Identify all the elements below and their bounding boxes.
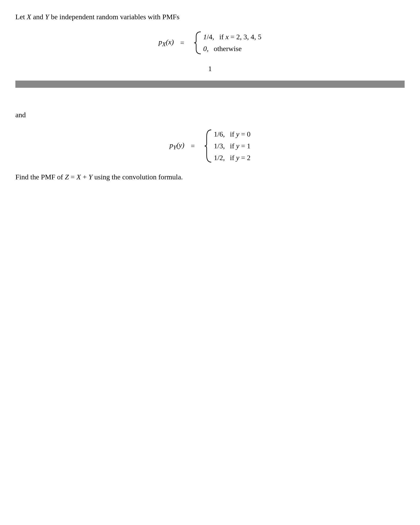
page: Let X and Y be independent random variab… <box>0 0 420 525</box>
equals-sign-y: = <box>189 142 195 150</box>
intro-text: Let X and Y be independent random variab… <box>15 13 405 21</box>
and-text: and <box>15 111 405 119</box>
case-y-3-value: 1/2, <box>214 154 225 162</box>
case-x-2: 0, otherwise <box>203 45 262 53</box>
left-brace-y <box>204 129 212 163</box>
case-y-3-condition: if y = 2 <box>230 154 251 162</box>
cases-y: 1/6, if y = 0 1/3, if y = 1 1/2, if y = … <box>214 130 251 162</box>
pmf-x-label: pX(x) <box>158 38 174 48</box>
case-y-1-value: 1/6, <box>214 130 225 138</box>
case-x-2-condition: otherwise <box>214 45 242 53</box>
page-number: 1 <box>15 65 405 73</box>
case-y-2-condition: if y = 1 <box>230 142 251 150</box>
final-line: Find the PMF of Z = X + Y using the conv… <box>15 173 405 181</box>
case-y-1-condition: if y = 0 <box>230 130 251 138</box>
pmf-y-label: pY(y) <box>169 141 184 151</box>
section-bottom: and pY(y) = 1/6, if y = 0 1/3, if y = 1 <box>15 95 405 181</box>
brace-x <box>194 31 203 54</box>
case-y-2: 1/3, if y = 1 <box>214 142 251 150</box>
case-y-1: 1/6, if y = 0 <box>214 130 251 138</box>
case-x-1-value: 1/4, <box>203 33 214 41</box>
left-brace-x <box>194 31 201 54</box>
pmf-y-block: pY(y) = 1/6, if y = 0 1/3, if y = 1 1/2, <box>15 129 405 163</box>
case-x-1-condition: if x = 2, 3, 4, 5 <box>219 33 261 41</box>
equals-sign-x: = <box>178 39 184 47</box>
pmf-x-block: pX(x) = 1/4, if x = 2, 3, 4, 5 0, otherw… <box>15 31 405 54</box>
case-x-1: 1/4, if x = 2, 3, 4, 5 <box>203 33 262 41</box>
case-x-2-value: 0, <box>203 45 209 53</box>
divider-bar <box>15 81 405 88</box>
case-y-2-value: 1/3, <box>214 142 225 150</box>
cases-x: 1/4, if x = 2, 3, 4, 5 0, otherwise <box>203 33 262 53</box>
brace-y <box>204 129 214 163</box>
case-y-3: 1/2, if y = 2 <box>214 154 251 162</box>
